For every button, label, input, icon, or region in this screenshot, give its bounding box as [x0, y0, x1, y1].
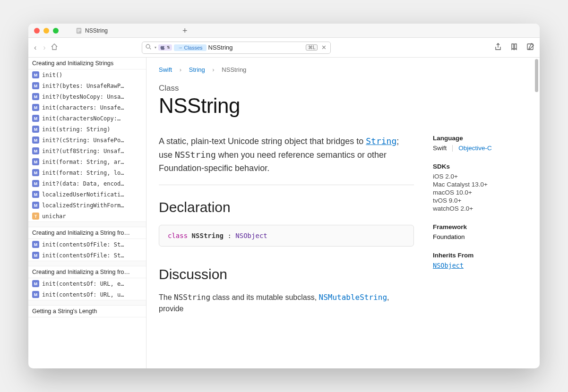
type-badge-icon: T	[32, 213, 39, 220]
inherits-link[interactable]: NSObject	[433, 262, 464, 269]
declaration-heading: Declaration	[159, 199, 414, 215]
language-heading: Language	[433, 135, 527, 142]
sidebar-item-label: init(contentsOf: URL, e…	[42, 281, 124, 287]
sidebar-item-label: init?(utf8String: Unsaf…	[42, 148, 124, 154]
sidebar-section-header: Creating and Initializing Strings	[28, 58, 146, 69]
method-badge-icon: M	[32, 93, 39, 100]
sidebar-item[interactable]: Minit(format: String, lo…	[28, 167, 146, 178]
chevron-right-icon: ›	[180, 66, 181, 73]
sidebar-item[interactable]: Minit(characters: Unsafe…	[28, 102, 146, 113]
content-pane[interactable]: Swift › String › NSString Class NSString…	[146, 58, 540, 368]
language-switch-objc[interactable]: Objective-C	[458, 145, 492, 152]
method-badge-icon: M	[32, 202, 39, 209]
divider	[159, 185, 414, 185]
breadcrumb-swift[interactable]: Swift	[159, 66, 172, 73]
sidebar-section-header: Creating and Initializing a String fro…	[28, 227, 146, 239]
sidebar-section-header: Getting a String's Length	[28, 306, 146, 317]
sidebar-item-label: init?(data: Data, encod…	[42, 180, 124, 187]
close-window-button[interactable]	[34, 28, 40, 34]
sidebar-item[interactable]: MlocalizedUserNotificati…	[28, 189, 146, 200]
svg-rect-2	[77, 30, 81, 31]
home-button[interactable]	[51, 43, 58, 52]
sidebar-item[interactable]: Minit(contentsOf: URL, u…	[28, 289, 146, 300]
nsmutablestring-link[interactable]: NSMutableString	[319, 293, 387, 302]
search-bar[interactable]: ▾ ⇅ → Classes NSString ⌘L ✕	[142, 42, 331, 54]
sidebar-item[interactable]: Tunichar	[28, 211, 146, 222]
sidebar[interactable]: Creating and Initializing StringsMinit()…	[28, 58, 146, 368]
method-badge-icon: M	[32, 115, 39, 122]
zoom-window-button[interactable]	[53, 28, 59, 34]
svg-rect-1	[77, 29, 81, 29]
method-badge-icon: M	[32, 252, 39, 259]
tab-title: NSString	[85, 27, 108, 34]
sidebar-item[interactable]: Minit(string: String)	[28, 124, 146, 135]
sidebar-section-header: Creating and Initializing a String fro…	[28, 266, 146, 278]
sidebar-item[interactable]: Minit(contentsOf: URL, e…	[28, 278, 146, 289]
sidebar-item-label: unichar	[42, 213, 66, 220]
sidebar-item[interactable]: Minit(format: String, ar…	[28, 156, 146, 167]
nav-arrows: ‹ ›	[34, 43, 46, 52]
sdk-entry: Mac Catalyst 13.0+	[433, 181, 527, 188]
sdk-filter-pill[interactable]: ⇅	[158, 44, 172, 51]
chevron-down-icon[interactable]: ▾	[155, 45, 156, 50]
sidebar-item[interactable]: MlocalizedStringWithForm…	[28, 200, 146, 211]
sidebar-item[interactable]: Minit(charactersNoCopy:…	[28, 113, 146, 124]
method-badge-icon: M	[32, 191, 39, 198]
scrollbar-indicator[interactable]	[535, 59, 538, 92]
framework-value: Foundation	[433, 233, 527, 240]
sidebar-item[interactable]: Minit?(bytes: UnsafeRawP…	[28, 80, 146, 91]
back-button[interactable]: ‹	[34, 43, 36, 52]
sidebar-item-label: init(contentsOfFile: St…	[42, 252, 124, 259]
sidebar-item-label: localizedStringWithForm…	[42, 202, 124, 209]
breadcrumb-string[interactable]: String	[189, 66, 205, 73]
sidebar-item-label: init?(cString: UnsafePo…	[42, 137, 124, 144]
method-badge-icon: M	[32, 126, 39, 133]
sidebar-item[interactable]: Minit?(bytesNoCopy: Unsa…	[28, 91, 146, 102]
body: Creating and Initializing StringsMinit()…	[28, 58, 540, 368]
search-icon	[144, 43, 153, 51]
keyboard-shortcut-hint: ⌘L	[306, 44, 318, 51]
sidebar-item[interactable]: Minit?(data: Data, encod…	[28, 178, 146, 189]
declaration-box: class NSString : NSObject	[159, 225, 414, 247]
clear-search-button[interactable]: ✕	[319, 44, 328, 51]
method-badge-icon: M	[32, 291, 39, 298]
sidebar-item-label: init?(bytes: UnsafeRawP…	[42, 83, 124, 89]
page-title: NSString	[159, 94, 527, 118]
side-column: Language Swift Objective-C SDKs iOS 2.0+…	[433, 135, 527, 315]
minimize-window-button[interactable]	[43, 28, 49, 34]
edit-icon[interactable]	[526, 43, 534, 52]
kind-label: Class	[159, 84, 527, 93]
discussion-text: The NSString class and its mutable subcl…	[159, 292, 414, 315]
breadcrumb-current: NSString	[222, 66, 246, 73]
sdk-entry: watchOS 2.0+	[433, 205, 527, 212]
sdk-entry: macOS 10.0+	[433, 189, 527, 196]
share-icon[interactable]	[494, 43, 502, 52]
classes-filter-chip[interactable]: → Classes	[174, 44, 206, 51]
sidebar-item-label: init()	[42, 72, 62, 78]
method-badge-icon: M	[32, 180, 39, 187]
sidebar-item-label: init(contentsOf: URL, u…	[42, 291, 124, 298]
sidebar-item[interactable]: Minit()	[28, 69, 146, 80]
bookmarks-icon[interactable]	[510, 43, 518, 52]
chevron-right-icon: ›	[212, 66, 214, 73]
sdk-entry: tvOS 9.0+	[433, 197, 527, 204]
sdks-heading: SDKs	[433, 163, 527, 170]
doc-tab-icon	[76, 27, 82, 34]
sidebar-item[interactable]: Minit?(utf8String: Unsaf…	[28, 145, 146, 156]
breadcrumbs: Swift › String › NSString	[159, 66, 527, 73]
framework-heading: Framework	[433, 223, 527, 230]
sidebar-item-label: init(format: String, ar…	[42, 159, 124, 165]
forward-button[interactable]: ›	[43, 43, 45, 52]
string-link[interactable]: String	[366, 136, 396, 146]
sidebar-item-label: init(string: String)	[42, 126, 111, 133]
sidebar-item[interactable]: Minit(contentsOfFile: St…	[28, 250, 146, 261]
nsstring-code: NSString	[175, 150, 216, 160]
sidebar-item[interactable]: Minit(contentsOfFile: St…	[28, 239, 146, 250]
search-input-text: NSString	[208, 44, 304, 51]
add-tab-button[interactable]: +	[182, 26, 188, 35]
sidebar-item[interactable]: Minit?(cString: UnsafePo…	[28, 135, 146, 145]
method-badge-icon: M	[32, 169, 39, 176]
browser-tab[interactable]: NSString	[71, 26, 112, 36]
svg-rect-3	[77, 31, 79, 32]
vertical-divider	[452, 145, 453, 152]
